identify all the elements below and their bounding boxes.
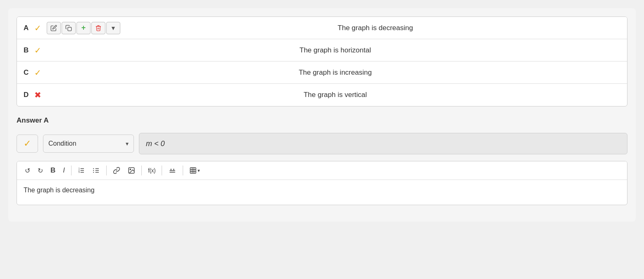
undo-button[interactable]: ↺ [22,165,33,176]
condition-dropdown[interactable]: Condition ▾ [43,135,134,153]
edit-button-a[interactable] [47,22,61,34]
option-label-c: C [17,69,32,77]
option-row-b: B ✓ The graph is horizontal [17,39,627,61]
math-input: m < 0 [139,133,627,154]
copy-button-a[interactable] [62,22,76,34]
editor-toolbar: ↺ ↻ B I 1 2 3 [17,161,627,180]
formula-button[interactable]: f(x) [145,166,158,175]
option-text-c: The graph is increasing [43,69,627,77]
option-label-d: D [17,91,32,99]
svg-rect-0 [68,27,72,31]
option-check-a: ✓ [32,23,43,33]
editor-container: ↺ ↻ B I 1 2 3 [17,161,627,205]
add-button-a[interactable]: + [76,22,91,34]
svg-point-10 [93,168,94,169]
space-button[interactable] [165,166,179,175]
option-label-a: A [17,24,32,32]
redo-button[interactable]: ↻ [35,165,46,176]
svg-text:3: 3 [79,171,80,173]
option-text-d: The graph is vertical [43,91,627,99]
option-row-d: D ✖ The graph is vertical [17,84,627,106]
option-check-c: ✓ [32,68,43,78]
separator-4 [162,166,162,175]
delete-button-a[interactable] [91,22,105,34]
option-label-b: B [17,46,32,54]
svg-point-12 [93,172,94,173]
option-row-c: C ✓ The graph is increasing [17,61,627,84]
separator-3 [141,166,142,175]
move-down-button-a[interactable]: ▼ [106,22,120,34]
answer-section: Answer A ✓ Condition ▾ m < 0 ↺ ↻ B I [17,116,627,205]
separator-2 [106,166,107,175]
answer-title: Answer A [17,116,627,125]
condition-check-icon: ✓ [24,138,31,149]
option-toolbar-a: + ▼ [43,22,124,34]
option-row-a: A ✓ + [17,17,627,39]
editor-text: The graph is decreasing [24,187,95,194]
link-button[interactable] [110,165,123,176]
option-text-a: The graph is decreasing [124,24,627,32]
italic-button[interactable]: I [60,165,68,176]
grid-dropdown-arrow: ▾ [198,168,200,173]
bold-button[interactable]: B [48,165,58,176]
math-expression: m < 0 [146,140,165,148]
svg-point-11 [93,170,94,171]
editor-content[interactable]: The graph is decreasing [17,180,627,205]
option-check-b: ✓ [32,45,43,55]
option-check-d: ✖ [32,90,43,100]
separator-1 [71,166,72,175]
unordered-list-button[interactable] [90,165,103,176]
condition-row: ✓ Condition ▾ m < 0 [17,133,627,154]
image-button[interactable] [125,165,138,176]
grid-button[interactable]: ▾ [186,165,203,176]
ordered-list-button[interactable]: 1 2 3 [75,165,88,176]
main-container: A ✓ + [8,8,636,222]
condition-check-button[interactable]: ✓ [17,135,38,153]
separator-5 [183,166,183,175]
svg-point-14 [130,169,131,170]
condition-dropdown-label: Condition [48,140,122,147]
chevron-down-icon: ▾ [126,140,129,147]
svg-rect-15 [190,168,196,173]
options-table: A ✓ + [17,17,627,106]
option-text-b: The graph is horizontal [43,46,627,54]
